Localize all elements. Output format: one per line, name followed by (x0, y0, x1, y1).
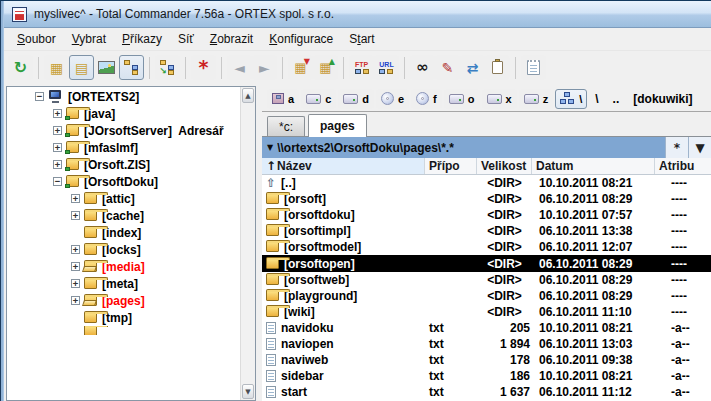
sync-dirs-button[interactable]: ⇄ (460, 55, 485, 80)
tree-expand-box[interactable]: + (53, 143, 62, 152)
pack-button[interactable]: ▦▼ (288, 55, 313, 80)
tree-expand-box[interactable]: + (71, 279, 80, 288)
tree-item-partial[interactable] (7, 326, 255, 335)
brief-view-button[interactable]: ▤ (69, 55, 94, 80)
file-row-item[interactable]: ⇧[..]<DIR>10.10.2011 08:21---- (262, 175, 711, 191)
menu-item-pkazy[interactable]: Příkazy (114, 29, 170, 49)
tree-item-pages[interactable]: +[pages] (7, 292, 255, 309)
file-row-orsoftopen[interactable]: [orsoftopen]<DIR>06.10.2011 08:29---- (262, 255, 711, 271)
file-row-orsoftdoku[interactable]: [orsoftdoku]<DIR>10.10.2011 07:57---- (262, 207, 711, 223)
forward-button[interactable]: ► (252, 55, 277, 80)
drive-button-z[interactable]: z (519, 89, 554, 109)
filter-button[interactable]: * (665, 137, 688, 158)
drive-button-e[interactable]: e (376, 89, 409, 109)
menu-item-vybrat[interactable]: Vybrat (64, 29, 114, 49)
tree-scrollbar[interactable]: ▲ ▼ (240, 87, 255, 400)
thumbnails-view-button[interactable]: ▦ (44, 55, 69, 80)
tree-expand-box[interactable]: + (71, 194, 80, 203)
tree-item-orsoftdoku[interactable]: −[OrsoftDoku] (7, 173, 255, 190)
search-button[interactable]: ∞ (410, 55, 435, 80)
text-file-icon (266, 386, 276, 398)
tree-expand-box[interactable]: + (71, 245, 80, 254)
tree-item-attic[interactable]: +[attic] (7, 190, 255, 207)
notepad-button[interactable] (521, 55, 546, 80)
file-row-naviopen[interactable]: naviopentxt1 89406.10.2011 13:03-a-- (262, 336, 711, 352)
path-menu-button[interactable]: ▼ (688, 137, 711, 158)
file-row-orsoftmodel[interactable]: [orsoftmodel]<DIR>06.10.2011 12:07---- (262, 239, 711, 255)
copy-names-button[interactable] (485, 55, 510, 80)
branch-view-button[interactable]: ↘ (155, 55, 180, 80)
tree-expand-box[interactable]: − (35, 92, 44, 101)
tree-view-button[interactable] (119, 55, 144, 80)
tree-expand-box[interactable]: + (71, 262, 80, 271)
file-row-navidoku[interactable]: navidokutxt20510.10.2011 08:21-a-- (262, 320, 711, 336)
file-row-orsoft[interactable]: [orsoft]<DIR>06.10.2011 08:29---- (262, 191, 711, 207)
root-link[interactable]: \ (589, 92, 604, 106)
drive-button-f[interactable]: f (411, 89, 442, 109)
tree-item-tmp[interactable]: [tmp] (7, 309, 255, 326)
scroll-up-button[interactable]: ▲ (242, 88, 254, 103)
drive-button-a[interactable]: a (267, 89, 299, 109)
scroll-down-button[interactable]: ▼ (242, 384, 254, 399)
parent-link[interactable]: .. (607, 92, 626, 106)
tree-item-locks[interactable]: +[locks] (7, 241, 255, 258)
path-dropdown-icon[interactable]: ▼ (267, 143, 273, 152)
tree-item-index[interactable]: [index] (7, 224, 255, 241)
path-buttons: * ▼ (665, 137, 711, 158)
tree-item-cache[interactable]: +[cache] (7, 207, 255, 224)
tree-item-orsoftzis[interactable]: +[Orsoft.ZIS] (7, 156, 255, 173)
column-header-atribu[interactable]: Atribu (655, 158, 711, 174)
tree-item-java[interactable]: +[java] (7, 105, 255, 122)
file-row-playground[interactable]: [playground]<DIR>06.10.2011 08:29---- (262, 288, 711, 304)
drive-button-net[interactable]: \ (555, 89, 587, 109)
tree-item-ortexts2[interactable]: −[ORTEXTS2] (7, 88, 255, 105)
menu-item-start[interactable]: Start (341, 29, 382, 49)
file-row-start[interactable]: starttxt1 63706.10.2011 11:12-a-- (262, 384, 711, 400)
dokuwiki-link[interactable]: [dokuwiki] (627, 92, 698, 106)
drive-letter: o (468, 93, 475, 105)
drive-button-x[interactable]: x (482, 89, 517, 109)
multi-rename-button[interactable]: ✎ (435, 55, 460, 80)
column-header-velikost[interactable]: Velikost (477, 158, 532, 174)
picture-view-button[interactable] (94, 55, 119, 80)
ftp-connect-button[interactable]: FTP (349, 55, 374, 80)
tab-pages[interactable]: pages (308, 114, 367, 137)
tree-item-media[interactable]: +[media] (7, 258, 255, 275)
tree-item-meta[interactable]: +[meta] (7, 275, 255, 292)
drive-button-c[interactable]: c (301, 89, 336, 109)
path-bar[interactable]: ▼ \\ortexts2\OrsoftDoku\pages\*.* * ▼ (262, 137, 711, 158)
tree-expand-box[interactable]: + (53, 126, 62, 135)
column-header-nzev[interactable]: ↑Název (262, 158, 425, 174)
folder-icon (84, 326, 97, 335)
file-row-orsoftimpl[interactable]: [orsoftimpl]<DIR>06.10.2011 13:38---- (262, 223, 711, 239)
tree-expand-box[interactable]: + (53, 160, 62, 169)
tree-item-jorsoftservera[interactable]: +[JOrsoftServer] Adresář (7, 122, 255, 139)
tree-expand-box[interactable]: + (71, 211, 80, 220)
tree-expand-box[interactable]: + (71, 296, 80, 305)
back-button[interactable]: ◄ (227, 55, 252, 80)
menu-item-s[interactable]: Síť (170, 29, 202, 49)
tab-c[interactable]: *c: (267, 116, 305, 136)
file-date-cell: 06.10.2011 08:29 (532, 257, 655, 271)
tree-expand-box[interactable]: + (53, 109, 62, 118)
file-row-sidebar[interactable]: sidebartxt18610.10.2011 08:21-a-- (262, 368, 711, 384)
file-row-naviweb[interactable]: naviwebtxt17806.10.2011 09:38-a-- (262, 352, 711, 368)
file-size-cell: <DIR> (477, 208, 532, 222)
file-row-orsoftweb[interactable]: [orsoftweb]<DIR>06.10.2011 08:29---- (262, 272, 711, 288)
tree-expand-box[interactable]: − (53, 177, 62, 186)
menu-item-konfigurace[interactable]: Konfigurace (261, 29, 341, 49)
folder-icon (266, 291, 279, 301)
drive-button-d[interactable]: d (338, 89, 374, 109)
column-header-datum[interactable]: Datum (532, 158, 655, 174)
tree-item-mfaslmf[interactable]: +[mfaslmf] (7, 139, 255, 156)
file-row-wiki[interactable]: [wiki]<DIR>06.10.2011 11:10---- (262, 304, 711, 320)
menu-item-zobrazit[interactable]: Zobrazit (202, 29, 261, 49)
drive-button-o[interactable]: o (444, 89, 480, 109)
unpack-button[interactable]: ▦▲ (313, 55, 338, 80)
show-hidden-button[interactable]: * (191, 55, 216, 80)
file-name: [orsoft] (284, 192, 326, 206)
ftp-url-button[interactable]: URL (374, 55, 399, 80)
column-header-ppo[interactable]: Přípo (425, 158, 477, 174)
menu-item-soubor[interactable]: Soubor (9, 29, 64, 49)
refresh-button[interactable]: ↻ (8, 55, 33, 80)
